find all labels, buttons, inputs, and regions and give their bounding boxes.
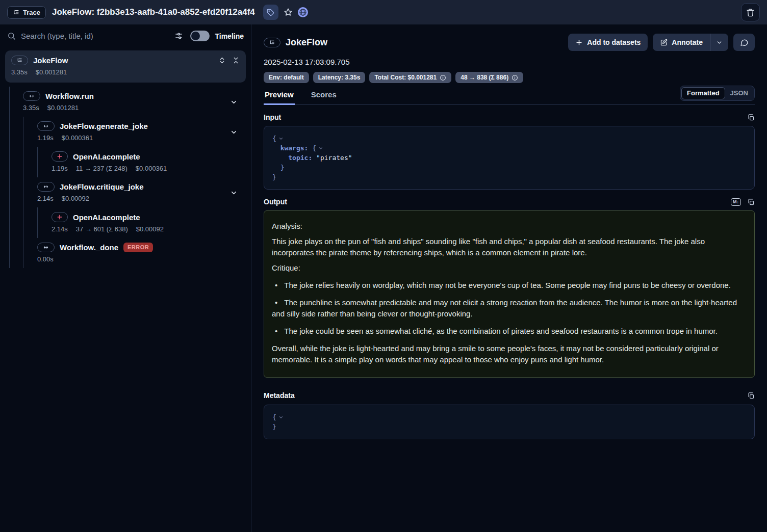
tree-row-label: OpenAI.acomplete [73, 152, 140, 161]
json-collapse-icon[interactable] [278, 415, 284, 420]
tab-scores[interactable]: Scores [310, 90, 338, 105]
trace-type-chip: Trace [7, 6, 46, 19]
top-bar: Trace JokeFlow: f2bb3e13-aafb-41a0-a852-… [0, 0, 767, 24]
add-to-datasets-button[interactable]: Add to datasets [568, 34, 648, 51]
timeline-toggle[interactable] [190, 31, 210, 41]
trace-tree-sidebar: Timeline JokeFlow [0, 24, 251, 532]
metadata-json-viewer: { } [264, 405, 755, 439]
output-analysis-body: This joke plays on the pun of "fish and … [272, 236, 747, 258]
tag-icon [267, 9, 274, 16]
tree-row-critique-joke[interactable]: JokeFlow.critique_joke 2.14s $0.00092 [23, 177, 246, 207]
trace-icon [11, 56, 28, 65]
tree-row-workflow-run[interactable]: Workflow.run 3.35s $0.001281 [10, 87, 246, 117]
delete-trace-button[interactable] [741, 3, 760, 21]
tree-row-duration: 1.19s [52, 165, 68, 172]
bullet-icon: • [275, 280, 277, 291]
output-critique-heading: Critique: [272, 262, 747, 274]
timeline-toggle-label: Timeline [215, 32, 244, 40]
output-section-title: Output [264, 198, 287, 206]
trace-detail-panel: JokeFlow Add to datasets Annotate [251, 24, 767, 532]
list-tree-icon [13, 9, 19, 16]
metadata-section-header: Metadata [264, 391, 755, 400]
json-collapse-icon[interactable] [278, 136, 284, 141]
span-tree: JokeFlow 3.35s $0.001281 [0, 46, 251, 272]
tree-row-cost: $0.000361 [136, 165, 167, 172]
tree-row-label: OpenAI.acomplete [73, 213, 140, 222]
input-json-viewer: { kwargs: { topic: "pirates" } } [264, 126, 755, 190]
tag-button[interactable] [263, 5, 278, 20]
tree-row-label: JokeFlow.generate_joke [60, 122, 148, 130]
trash-icon [746, 8, 755, 17]
tree-row-openai-acomplete-1[interactable]: OpenAI.acomplete 1.19s 11 → 237 (Σ 248) … [38, 147, 246, 177]
format-toggle: Formatted JSON [680, 86, 755, 101]
chevron-down-icon[interactable] [230, 128, 238, 136]
annotate-button[interactable]: Annotate [653, 34, 710, 51]
output-bullet: •The punchline is somewhat predictable a… [272, 297, 747, 320]
tree-row-cost: $0.00092 [62, 195, 89, 202]
json-collapse-icon[interactable] [318, 146, 323, 151]
tree-row-cost: $0.00092 [136, 225, 164, 233]
input-section-header: Input [264, 113, 755, 121]
tree-row-jokeflow-root[interactable]: JokeFlow 3.35s $0.001281 [5, 50, 246, 83]
comments-button[interactable] [733, 34, 755, 51]
annotate-menu-chevron[interactable] [710, 34, 728, 51]
tree-row-openai-acomplete-2[interactable]: OpenAI.acomplete 2.14s 37 → 601 (Σ 638) … [38, 207, 246, 238]
trace-timestamp: 2025-02-13 17:03:09.705 [264, 58, 755, 66]
env-badge: Env: default [264, 72, 309, 83]
tab-preview[interactable]: Preview [264, 90, 295, 105]
annotate-split-button: Annotate [653, 34, 728, 51]
filter-settings-icon[interactable] [174, 32, 183, 40]
tree-row-duration: 3.35s [23, 104, 39, 112]
tree-row-generate-joke[interactable]: JokeFlow.generate_joke 1.19s $0.000361 [23, 117, 246, 147]
tree-row-duration: 2.14s [37, 195, 54, 202]
tree-row-label: JokeFlow.critique_joke [60, 182, 144, 191]
copy-icon[interactable] [747, 198, 755, 206]
tree-row-workflow-done[interactable]: Workflow._done ERROR 0.00s [23, 238, 246, 268]
span-icon [37, 243, 55, 252]
tree-row-duration: 1.19s [37, 134, 54, 142]
globe-icon [299, 8, 307, 16]
copy-icon[interactable] [747, 392, 755, 400]
info-icon[interactable] [440, 74, 446, 81]
detail-title: JokeFlow [286, 37, 327, 48]
span-icon [23, 91, 40, 101]
output-bullet: •The joke relies heavily on wordplay, wh… [272, 280, 747, 291]
search-icon [7, 32, 16, 40]
output-conclusion: Overall, while the joke is light-hearted… [272, 343, 747, 365]
tree-row-label: Workflow._done [60, 243, 118, 252]
trace-icon [264, 38, 280, 47]
latency-badge: Latency: 3.35s [313, 72, 366, 83]
star-icon [284, 8, 293, 17]
copy-icon[interactable] [747, 114, 755, 121]
bullet-icon: • [275, 326, 277, 337]
trace-chip-label: Trace [23, 9, 40, 16]
total-cost-badge: Total Cost: $0.001281 [369, 72, 451, 83]
toggle-knob [191, 32, 200, 40]
expand-all-icon[interactable] [218, 57, 226, 64]
tree-row-duration: 0.00s [37, 255, 54, 263]
span-icon [37, 182, 55, 192]
comment-bubble-icon [740, 38, 749, 47]
info-icon[interactable] [512, 74, 518, 81]
search-row: Timeline [0, 24, 251, 46]
format-toggle-formatted[interactable]: Formatted [681, 87, 725, 99]
chevron-down-icon[interactable] [230, 98, 238, 106]
format-toggle-json[interactable]: JSON [725, 88, 753, 99]
output-bullet: •The joke could be seen as somewhat clic… [272, 326, 747, 337]
markdown-toggle-icon[interactable]: M↓ [731, 198, 741, 206]
search-input[interactable] [21, 32, 169, 40]
star-button[interactable] [284, 8, 293, 17]
chevron-down-icon[interactable] [230, 189, 238, 197]
generation-icon [52, 212, 68, 222]
annotate-pencil-icon [660, 39, 668, 46]
tree-row-label: Workflow.run [45, 92, 94, 100]
tree-row-duration: 2.14s [52, 225, 68, 233]
annotate-label: Annotate [672, 38, 703, 46]
page-title: JokeFlow: f2bb3e13-aafb-41a0-a852-efd20f… [52, 7, 255, 17]
bullet-icon: • [275, 297, 277, 308]
detail-tabs: Preview Scores Formatted JSON [264, 90, 755, 105]
collapse-all-icon[interactable] [232, 57, 240, 64]
error-status-badge: ERROR [123, 243, 153, 252]
metadata-section-title: Metadata [264, 391, 295, 400]
environment-button[interactable] [298, 7, 308, 17]
